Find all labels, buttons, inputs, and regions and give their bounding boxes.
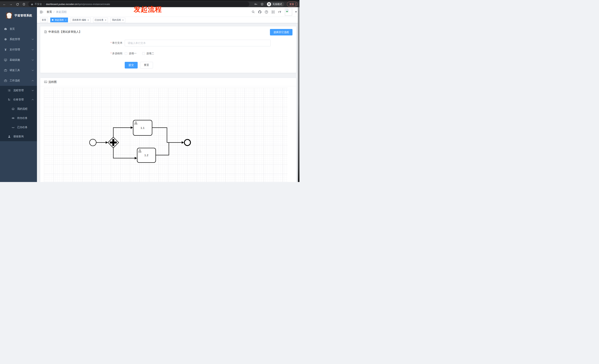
sidebar-item-label: 我的流程 [17,107,27,110]
tag-label: 发起流程 [55,18,63,22]
avatar-dropdown-caret-icon[interactable] [295,11,297,13]
app-root: 芋道管理系统 首页 系统管理 ¥ 支付管理 基础设施 [0,7,300,182]
sidebar-collapse-icon[interactable] [40,10,44,14]
chevron-down-icon [32,70,34,71]
workflow-submenu: 流程管理 任务管理 我的流程 待办任务 [0,86,37,141]
form-row-text: *单行文本 [44,40,292,46]
close-icon[interactable]: × [65,19,66,21]
sidebar-item-system[interactable]: 系统管理 [0,34,37,44]
sidebar: 芋道管理系统 首页 系统管理 ¥ 支付管理 基础设施 [0,7,37,182]
task-label: 1.1 [141,126,145,129]
sidebar-item-done-tasks[interactable]: 已办任务 [0,123,37,132]
user-avatar[interactable] [285,8,292,16]
sidebar-item-dev-tools[interactable]: 研发工具 [0,65,37,76]
field-label-text: 多选框组 [112,52,123,55]
sidebar-item-payment[interactable]: ¥ 支付管理 [0,44,37,55]
browser-back-icon[interactable]: ← [2,3,7,6]
checkbox-option-1[interactable] [125,52,127,55]
sidebar-item-todo-tasks[interactable]: 待办任务 [0,113,37,123]
browser-forward-icon[interactable]: → [9,3,13,6]
browser-home-icon[interactable] [22,3,26,6]
sidebar-item-leave-query[interactable]: 请假查询 [0,132,37,141]
tag-label: 首页 [42,18,46,22]
sidebar-item-label: 流程管理 [13,89,24,92]
close-icon[interactable]: × [105,19,106,21]
update-label: 更新 [289,3,294,6]
sidebar-item-task-management[interactable]: 任务管理 [0,95,37,104]
required-mark: * [111,41,112,44]
single-line-text-input[interactable] [125,40,271,46]
diagram-card-title: 流程图 [48,80,57,84]
help-icon[interactable] [264,10,268,14]
list-icon [8,89,11,92]
apply-info-card: 申请信息【测试多审批人】 选择其它流程 *单行文本 *多选框组 选项一 选项二 [40,26,296,73]
submit-button[interactable]: 提交 [125,62,138,68]
close-icon[interactable]: × [122,19,124,21]
yen-icon: ¥ [4,48,7,51]
chevron-down-icon [32,39,34,40]
incognito-label: 无痕模式 [273,3,282,6]
incognito-icon [267,2,271,6]
form-row-checkbox: *多选框组 选项一 选项二 [44,52,292,55]
url-path: /bpm/process-instance/create [77,3,110,6]
font-size-icon[interactable]: TT [278,10,282,14]
flow-branch-icon [8,98,11,101]
bookmark-star-icon[interactable] [260,2,264,6]
sidebar-item-infrastructure[interactable]: 基础设施 [0,55,37,65]
checkbox-option-2[interactable] [142,52,145,55]
bpmn-user-task-1-2[interactable]: 1.2 [137,148,156,163]
chevron-up-icon [32,80,34,81]
tag-home[interactable]: 首页 [40,18,48,23]
topbar: 首页 / 发起流程 TT [37,7,300,17]
bpmn-start-event[interactable] [90,139,96,146]
search-icon[interactable] [251,10,255,14]
reset-button[interactable]: 重置 [140,62,153,68]
browser-reload-icon[interactable] [15,3,19,6]
browser-menu-dots-icon[interactable] [295,3,296,6]
key-icon[interactable] [254,2,258,6]
github-icon[interactable] [258,10,262,14]
sidebar-item-my-processes[interactable]: 我的流程 [0,104,37,113]
checkbox-option-1-label[interactable]: 选项一 [129,52,137,55]
bpmn-flow-start-gateway [96,141,108,144]
tag-start-process[interactable]: 发起流程× [50,17,68,22]
sidebar-item-workflow[interactable]: 工作流程 [0,76,37,86]
incognito-badge[interactable]: 无痕模式 [266,2,284,7]
address-bar[interactable]: 不安全 dashboard.yudao.iocoder.cn/bpm/proce… [28,2,249,7]
sidebar-item-label: 研发工具 [10,69,20,72]
tag-done-tasks[interactable]: 已办任务× [93,18,108,23]
sidebar-item-label: 任务管理 [13,98,24,101]
breadcrumb-current: 发起流程 [56,10,67,14]
bpmn-canvas[interactable]: 1.1 [44,88,288,182]
tag-form-edit[interactable]: 流程表单-编辑× [70,18,91,23]
gear-icon [4,38,7,41]
bpmn-end-event[interactable] [185,139,191,145]
bpmn-flow-task1-end [152,127,167,143]
breadcrumb-home[interactable]: 首页 [47,10,52,14]
sidebar-item-home[interactable]: 首页 [0,24,37,34]
sidebar-item-process-management[interactable]: 流程管理 [0,86,37,95]
image-icon [44,80,47,84]
choose-other-process-button[interactable]: 选择其它流程 [270,29,292,35]
bpmn-diagram: 1.1 [44,88,288,182]
fullscreen-icon[interactable] [271,10,275,14]
sidebar-item-label: 已办任务 [17,126,27,129]
face-icon [11,107,15,110]
field-label: *多选框组 [44,52,125,55]
checkbox-option-2-label[interactable]: 选项二 [146,52,154,55]
tag-my-processes[interactable]: 我的流程× [110,18,125,23]
update-button[interactable]: 更新 [287,2,298,7]
security-chip[interactable]: 不安全 [31,3,42,6]
close-icon[interactable]: × [88,19,89,21]
app-logo[interactable]: 芋道管理系统 [0,7,37,24]
user-icon [8,135,11,138]
eye-closed-icon [11,126,15,129]
tag-label: 流程表单-编辑 [72,18,86,22]
form-buttons: 提交 重置 [125,62,292,68]
required-mark: * [111,52,112,55]
bpmn-user-task-1-1[interactable]: 1.1 [133,120,152,135]
apply-card-header: 申请信息【测试多审批人】 [44,30,292,34]
active-dot [52,19,53,21]
bpmn-parallel-gateway[interactable] [108,137,119,148]
sidebar-item-label: 系统管理 [10,38,20,41]
